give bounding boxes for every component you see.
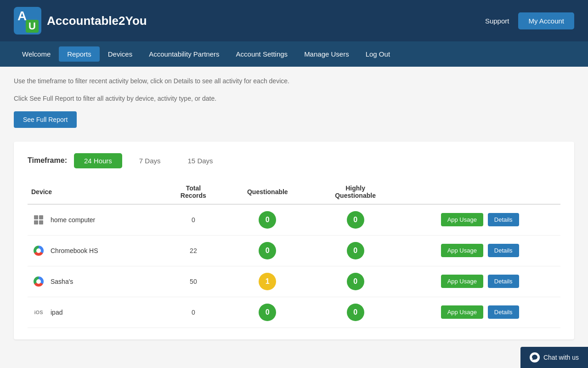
my-account-button[interactable]: My Account [518, 12, 574, 29]
device-info: iOS ipad [31, 305, 159, 320]
actions-ipad: App Usage Details [399, 297, 560, 328]
questionable-badge: 0 [259, 242, 276, 259]
nav-item-welcome[interactable]: Welcome [14, 46, 59, 62]
actions-sashas: App Usage Details [399, 266, 560, 297]
nav-item-manage-users[interactable]: Manage Users [296, 46, 357, 62]
app-usage-button[interactable]: App Usage [441, 244, 483, 257]
device-cell-ipad: iOS ipad [28, 297, 163, 328]
app-usage-button[interactable]: App Usage [441, 213, 483, 226]
app-usage-button[interactable]: App Usage [441, 275, 483, 288]
nav-item-reports[interactable]: Reports [59, 46, 100, 62]
col-actions [399, 180, 560, 204]
app-name: Accountable2You [47, 14, 147, 28]
chat-widget[interactable]: Chat with us [520, 347, 588, 368]
chrome-icon [31, 274, 46, 289]
col-questionable: Questionable [224, 180, 311, 204]
questionable-chromebook: 0 [224, 235, 311, 266]
highly-questionable-badge: 0 [347, 273, 364, 290]
timeframe-7d-button[interactable]: 7 Days [129, 153, 171, 168]
details-button[interactable]: Details [488, 244, 519, 257]
timeframe-15d-button[interactable]: 15 Days [178, 153, 223, 168]
timeframe-24h-button[interactable]: 24 Hours [74, 153, 122, 168]
actions-chromebook: App Usage Details [399, 235, 560, 266]
description-line2: Click See Full Report to filter all acti… [14, 93, 574, 104]
table-row: home computer 0 0 0 App Usage Details [28, 204, 560, 236]
highly-questionable-badge: 0 [347, 242, 364, 259]
questionable-home-computer: 0 [224, 204, 311, 236]
device-name: Sasha's [51, 278, 73, 285]
timeframe-label: Timeframe: [28, 156, 67, 165]
total-records-sashas: 50 [163, 266, 224, 297]
ios-icon: iOS [31, 305, 46, 320]
total-records-ipad: 0 [163, 297, 224, 328]
questionable-sashas: 1 [224, 266, 311, 297]
device-table: Device TotalRecords Questionable HighlyQ… [28, 180, 560, 328]
device-info: Chromebook HS [31, 243, 159, 258]
description-line1: Use the timeframe to filter recent activ… [14, 76, 574, 86]
details-button[interactable]: Details [488, 275, 519, 288]
chat-label: Chat with us [543, 354, 579, 361]
col-highly-questionable: HighlyQuestionable [311, 180, 399, 204]
table-row: Sasha's 50 1 0 App Usage Details [28, 266, 560, 297]
main-nav: Welcome Reports Devices Accountability P… [0, 41, 588, 67]
nav-item-log-out[interactable]: Log Out [357, 46, 398, 62]
highly-questionable-chromebook: 0 [311, 235, 399, 266]
header: A U Accountable2You Support My Account [0, 0, 588, 41]
device-info: Sasha's [31, 274, 159, 289]
see-full-report-button[interactable]: See Full Report [14, 111, 77, 128]
device-name: Chromebook HS [51, 247, 98, 254]
questionable-badge: 0 [259, 304, 276, 321]
table-row: Chromebook HS 22 0 0 App Usage Details [28, 235, 560, 266]
highly-questionable-home-computer: 0 [311, 204, 399, 236]
highly-questionable-sashas: 0 [311, 266, 399, 297]
total-records-chromebook: 22 [163, 235, 224, 266]
windows-icon [31, 213, 46, 227]
chat-bubble-icon [530, 352, 540, 362]
col-device: Device [28, 180, 163, 204]
timeframe-row: Timeframe: 24 Hours 7 Days 15 Days [28, 153, 560, 168]
device-name: ipad [51, 309, 62, 316]
app-usage-button[interactable]: App Usage [441, 305, 483, 319]
actions-home-computer: App Usage Details [399, 204, 560, 236]
main-content: Use the timeframe to filter recent activ… [0, 67, 588, 349]
header-right: Support My Account [485, 12, 574, 29]
details-button[interactable]: Details [488, 213, 519, 226]
device-cell-chromebook: Chromebook HS [28, 235, 163, 266]
questionable-badge: 0 [259, 211, 276, 229]
col-total-records: TotalRecords [163, 180, 224, 204]
chrome-icon [31, 243, 46, 258]
device-info: home computer [31, 213, 159, 227]
support-link[interactable]: Support [485, 17, 509, 25]
highly-questionable-ipad: 0 [311, 297, 399, 328]
device-cell-home-computer: home computer [28, 204, 163, 236]
nav-item-accountability-partners[interactable]: Accountability Partners [141, 46, 227, 62]
timeframe-card: Timeframe: 24 Hours 7 Days 15 Days Devic… [14, 142, 574, 339]
questionable-ipad: 0 [224, 297, 311, 328]
logo-u-letter: U [26, 20, 39, 33]
highly-questionable-badge: 0 [347, 304, 364, 321]
device-name: home computer [51, 216, 95, 224]
logo-area: A U Accountable2You [14, 7, 147, 34]
details-button[interactable]: Details [488, 305, 519, 319]
highly-questionable-badge: 0 [347, 211, 364, 229]
total-records-home-computer: 0 [163, 204, 224, 236]
table-row: iOS ipad 0 0 0 App Usage Details [28, 297, 560, 328]
logo-icon: A U [14, 7, 41, 34]
nav-item-account-settings[interactable]: Account Settings [228, 46, 296, 62]
nav-item-devices[interactable]: Devices [100, 46, 141, 62]
questionable-badge: 1 [259, 273, 276, 290]
device-cell-sashas: Sasha's [28, 266, 163, 297]
